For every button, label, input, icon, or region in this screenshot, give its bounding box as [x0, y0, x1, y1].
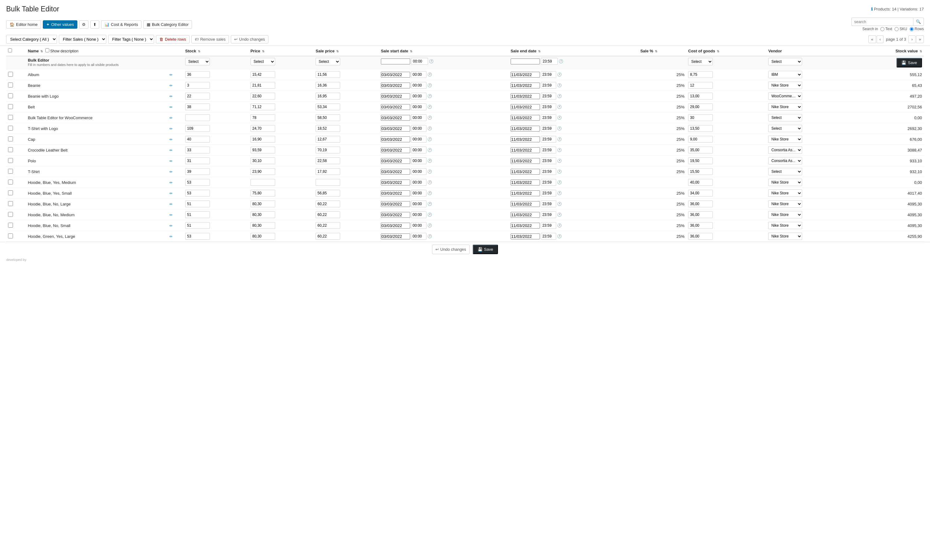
row-start-clock-0[interactable]: 🕐: [427, 72, 432, 77]
row-stock-input-3[interactable]: [185, 103, 210, 110]
search-rows-option[interactable]: Rows: [910, 27, 924, 31]
row-checkbox-9[interactable]: [8, 169, 13, 174]
save-button-bottom[interactable]: 💾 Save: [473, 245, 498, 254]
row-checkbox-5[interactable]: [8, 126, 13, 131]
row-end-clock-9[interactable]: 🕐: [557, 169, 562, 174]
tags-filter[interactable]: Filter Tags ( None ): [108, 35, 154, 44]
row-edit-icon-1[interactable]: ✏: [169, 83, 172, 88]
row-start-clock-5[interactable]: 🕐: [427, 126, 432, 131]
row-sale-end-time-13[interactable]: [541, 211, 556, 218]
row-start-clock-8[interactable]: 🕐: [427, 158, 432, 163]
row-start-clock-9[interactable]: 🕐: [427, 169, 432, 174]
bulk-sale-price-select[interactable]: Select: [316, 58, 340, 65]
row-sale-end-time-1[interactable]: [541, 82, 556, 89]
row-checkbox-14[interactable]: [8, 223, 13, 228]
row-sale-start-date-10[interactable]: [381, 180, 410, 185]
row-vendor-select-12[interactable]: Nike Store: [768, 200, 802, 208]
row-start-clock-3[interactable]: 🕐: [427, 105, 432, 109]
row-edit-icon-6[interactable]: ✏: [169, 137, 172, 142]
row-edit-icon-15[interactable]: ✏: [169, 234, 172, 239]
row-vendor-select-7[interactable]: Consortia As…: [768, 146, 802, 154]
row-start-clock-1[interactable]: 🕐: [427, 83, 432, 88]
row-cost-input-11[interactable]: [688, 190, 713, 197]
row-sale-end-date-10[interactable]: [511, 180, 540, 185]
row-sale-start-time-12[interactable]: [411, 200, 427, 207]
row-start-clock-10[interactable]: 🕐: [427, 180, 432, 185]
row-cost-input-1[interactable]: [688, 82, 713, 89]
row-end-clock-8[interactable]: 🕐: [557, 158, 562, 163]
row-sale-end-time-3[interactable]: [541, 103, 556, 110]
row-stock-input-5[interactable]: [185, 125, 210, 132]
row-edit-icon-2[interactable]: ✏: [169, 94, 172, 98]
row-sale-end-time-5[interactable]: [541, 125, 556, 132]
other-values-button[interactable]: ✦ Other values: [43, 20, 77, 29]
row-sale-end-date-2[interactable]: [511, 93, 540, 99]
row-sale-start-date-1[interactable]: [381, 83, 410, 88]
row-sale-end-time-7[interactable]: [541, 147, 556, 154]
row-sale-end-date-4[interactable]: [511, 115, 540, 121]
row-vendor-select-8[interactable]: Consortia As…: [768, 157, 802, 165]
search-input[interactable]: [851, 18, 913, 26]
row-vendor-select-9[interactable]: Select: [768, 168, 802, 175]
row-price-input-8[interactable]: [251, 157, 275, 164]
row-sale-start-time-13[interactable]: [411, 211, 427, 218]
row-sale-start-time-7[interactable]: [411, 147, 427, 154]
upload-button[interactable]: ⬆: [90, 20, 99, 29]
row-sale-end-date-12[interactable]: [511, 201, 540, 207]
row-sale-end-time-15[interactable]: [541, 233, 556, 240]
row-stock-input-13[interactable]: [185, 211, 210, 218]
row-sale-price-input-15[interactable]: [316, 233, 340, 240]
row-edit-icon-8[interactable]: ✏: [169, 159, 172, 163]
row-cost-input-14[interactable]: [688, 222, 713, 229]
row-sale-start-date-5[interactable]: [381, 126, 410, 132]
row-sale-end-date-3[interactable]: [511, 104, 540, 110]
row-stock-input-2[interactable]: [185, 93, 210, 100]
col-sale-price-header[interactable]: Sale price ⇅: [314, 46, 379, 56]
row-sale-end-time-14[interactable]: [541, 222, 556, 229]
row-stock-input-0[interactable]: [185, 71, 210, 78]
row-price-input-7[interactable]: [251, 147, 275, 154]
row-sale-price-input-9[interactable]: [316, 168, 340, 175]
show-description-label[interactable]: Show description: [45, 49, 79, 53]
row-end-clock-13[interactable]: 🕐: [557, 212, 562, 217]
row-end-clock-6[interactable]: 🕐: [557, 137, 562, 142]
row-vendor-select-4[interactable]: Select: [768, 114, 802, 122]
row-sale-start-time-10[interactable]: [411, 179, 427, 186]
col-cost-header[interactable]: Cost of goods ⇅: [686, 46, 766, 56]
bulk-end-clock-icon[interactable]: 🕐: [559, 59, 563, 63]
row-edit-icon-9[interactable]: ✏: [169, 170, 172, 174]
row-sale-end-date-13[interactable]: [511, 212, 540, 218]
row-sale-end-date-7[interactable]: [511, 147, 540, 153]
row-sale-price-input-1[interactable]: [316, 82, 340, 89]
editor-home-button[interactable]: 🏠 Editor home: [6, 20, 41, 29]
remove-sales-button[interactable]: 🏷 Remove sales: [191, 35, 229, 43]
row-edit-icon-4[interactable]: ✏: [169, 116, 172, 120]
delete-rows-button[interactable]: 🗑 Delete rows: [156, 35, 189, 43]
row-stock-input-15[interactable]: [185, 233, 210, 240]
bulk-save-button[interactable]: 💾 Save: [896, 58, 922, 68]
col-sale-end-header[interactable]: Sale end date ⇅: [509, 46, 639, 56]
row-sale-end-time-10[interactable]: [541, 179, 556, 186]
sales-filter[interactable]: Filter Sales ( None ): [59, 35, 106, 44]
row-cost-input-12[interactable]: [688, 200, 713, 207]
row-checkbox-8[interactable]: [8, 158, 13, 163]
row-vendor-select-5[interactable]: Select: [768, 125, 802, 132]
bulk-start-date-input[interactable]: [381, 58, 410, 65]
row-price-input-3[interactable]: [251, 103, 275, 110]
row-stock-input-10[interactable]: [185, 179, 210, 186]
row-checkbox-10[interactable]: [8, 180, 13, 185]
row-checkbox-4[interactable]: [8, 115, 13, 120]
row-sale-start-time-2[interactable]: [411, 93, 427, 100]
row-sale-end-time-4[interactable]: [541, 114, 556, 121]
row-start-clock-4[interactable]: 🕐: [427, 115, 432, 120]
row-edit-icon-12[interactable]: ✏: [169, 202, 172, 206]
bulk-vendor-select[interactable]: Select: [768, 58, 802, 65]
settings-button[interactable]: ⚙: [79, 20, 88, 29]
row-price-input-4[interactable]: [251, 114, 275, 121]
col-stock-header[interactable]: Stock ⇅: [183, 46, 249, 56]
row-checkbox-11[interactable]: [8, 190, 13, 195]
row-checkbox-15[interactable]: [8, 234, 13, 238]
row-sale-price-input-4[interactable]: [316, 114, 340, 121]
row-vendor-select-2[interactable]: WooComme…: [768, 92, 802, 100]
bulk-stock-select[interactable]: Select: [185, 58, 210, 65]
